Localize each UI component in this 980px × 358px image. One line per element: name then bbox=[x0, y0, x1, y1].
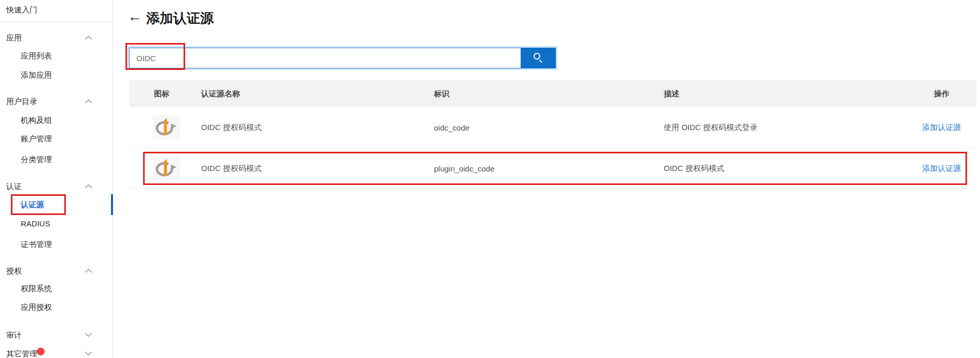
main-content: ← 添加认证源 图标 认证源名称 标识 描述 操作 bbox=[113, 0, 980, 358]
sidebar-item-app-list[interactable]: 应用列表 bbox=[0, 50, 113, 62]
chevron-up-icon bbox=[85, 269, 92, 276]
sidebar-section-user-directory[interactable]: 用户目录 bbox=[0, 95, 113, 108]
column-header-name: 认证源名称 bbox=[201, 89, 434, 99]
add-auth-source-link[interactable]: 添加认证源 bbox=[922, 123, 961, 132]
sidebar-item-org-groups[interactable]: 机构及组 bbox=[0, 114, 113, 126]
auth-source-description: OIDC 授权码模式 bbox=[664, 164, 907, 174]
sidebar-section-other-mgmt[interactable]: 其它管理 bbox=[0, 348, 113, 358]
table-header-row: 图标 认证源名称 标识 描述 操作 bbox=[129, 80, 976, 107]
search-icon bbox=[534, 53, 540, 60]
sidebar-item-label: RADIUS bbox=[21, 218, 50, 230]
search-input[interactable] bbox=[129, 48, 521, 68]
auth-source-name: OIDC 授权码模式 bbox=[201, 123, 434, 133]
sidebar-section-label: 应用 bbox=[6, 32, 22, 44]
search-bar bbox=[129, 48, 556, 68]
sidebar-section-applications[interactable]: 应用 bbox=[0, 32, 113, 44]
auth-source-identifier: oidc_code bbox=[434, 123, 664, 132]
search-button[interactable] bbox=[521, 48, 556, 68]
sidebar-section-authentication[interactable]: 认证 bbox=[0, 180, 113, 193]
sidebar-item-permission-system[interactable]: 权限系统 bbox=[0, 282, 113, 295]
table-row: OIDC 授权码模式 plugin_oidc_code OIDC 授权码模式 添… bbox=[129, 148, 976, 189]
page-title: 添加认证源 bbox=[146, 9, 214, 27]
auth-source-description: 使用 OIDC 授权码模式登录 bbox=[664, 123, 907, 133]
sidebar-section-label: 认证 bbox=[6, 180, 22, 193]
auth-source-name: OIDC 授权码模式 bbox=[201, 164, 434, 174]
column-header-icon: 图标 bbox=[129, 89, 201, 99]
sidebar-item-quick-start[interactable]: 快速入门 bbox=[0, 4, 113, 16]
sidebar-item-label: 账户管理 bbox=[21, 133, 52, 145]
sidebar-item-label: 机构及组 bbox=[21, 114, 52, 126]
chevron-down-icon bbox=[85, 349, 92, 355]
sidebar: 快速入门 应用 应用列表 添加应用 用户目录 机构及组 账户管理 分类管理 认证 bbox=[0, 0, 113, 358]
sidebar-item-category-mgmt[interactable]: 分类管理 bbox=[0, 153, 113, 166]
sidebar-section-label: 其它管理 bbox=[6, 348, 37, 358]
sidebar-item-label: 应用列表 bbox=[21, 50, 52, 62]
notification-dot bbox=[37, 348, 45, 355]
sidebar-item-label: 快速入门 bbox=[6, 4, 37, 16]
sidebar-section-label: 审计 bbox=[6, 329, 22, 341]
auth-source-identifier: plugin_oidc_code bbox=[434, 164, 664, 173]
add-auth-source-link[interactable]: 添加认证源 bbox=[922, 164, 961, 173]
column-header-action: 操作 bbox=[907, 89, 976, 99]
chevron-up-icon bbox=[85, 99, 92, 106]
sidebar-item-label: 证书管理 bbox=[21, 238, 52, 251]
chevron-up-icon bbox=[85, 184, 92, 191]
table-row: OIDC 授权码模式 oidc_code 使用 OIDC 授权码模式登录 添加认… bbox=[129, 107, 976, 148]
sidebar-section-audit[interactable]: 审计 bbox=[0, 329, 113, 341]
oidc-logo-icon bbox=[153, 116, 180, 139]
sidebar-item-label: 认证源 bbox=[21, 198, 44, 211]
sidebar-section-label: 授权 bbox=[6, 265, 22, 277]
chevron-up-icon bbox=[85, 36, 92, 42]
back-arrow-icon[interactable]: ← bbox=[128, 8, 142, 25]
column-header-description: 描述 bbox=[664, 89, 907, 99]
sidebar-item-add-app[interactable]: 添加应用 bbox=[0, 69, 113, 81]
column-header-identifier: 标识 bbox=[434, 89, 664, 99]
sidebar-section-authorization[interactable]: 授权 bbox=[0, 265, 113, 277]
app-window: 快速入门 应用 应用列表 添加应用 用户目录 机构及组 账户管理 分类管理 认证 bbox=[0, 0, 980, 358]
sidebar-item-label: 权限系统 bbox=[21, 282, 52, 295]
sidebar-item-label: 添加应用 bbox=[21, 69, 52, 81]
sidebar-item-label: 应用授权 bbox=[21, 301, 52, 313]
sidebar-item-account-mgmt[interactable]: 账户管理 bbox=[0, 133, 113, 145]
oidc-logo-icon bbox=[153, 156, 180, 180]
sidebar-divider bbox=[0, 22, 113, 22]
sidebar-item-radius[interactable]: RADIUS bbox=[0, 218, 113, 230]
sidebar-item-app-authorization[interactable]: 应用授权 bbox=[0, 301, 113, 313]
sidebar-item-label: 分类管理 bbox=[21, 153, 52, 166]
sidebar-item-auth-sources[interactable]: 认证源 bbox=[0, 198, 113, 211]
sidebar-section-label: 用户目录 bbox=[6, 95, 37, 108]
chevron-down-icon bbox=[85, 330, 92, 337]
auth-source-table: 图标 认证源名称 标识 描述 操作 OIDC 授权码模 bbox=[129, 80, 976, 189]
sidebar-item-cert-mgmt[interactable]: 证书管理 bbox=[0, 238, 113, 251]
